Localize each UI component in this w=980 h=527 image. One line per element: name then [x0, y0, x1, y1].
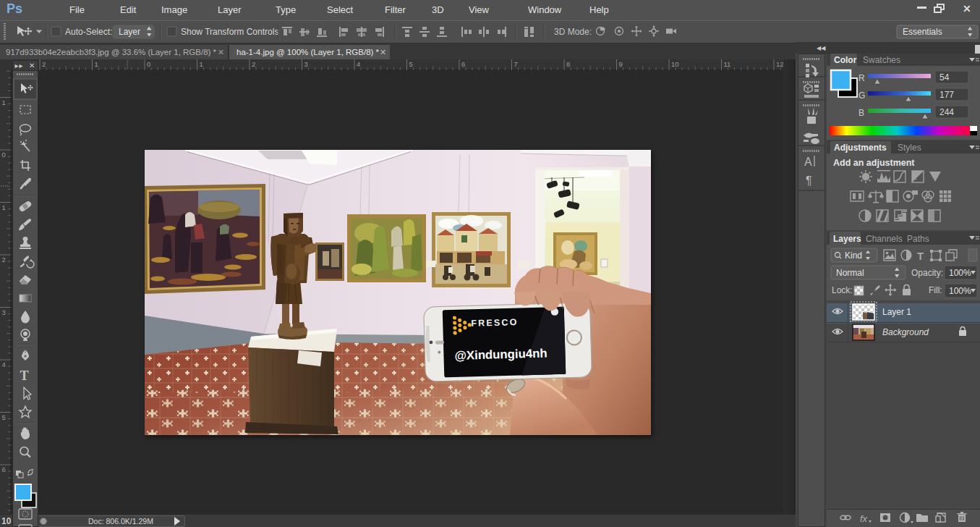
svg-text:1: 1: [95, 60, 98, 68]
svg-text:Lock:: Lock:: [832, 285, 853, 295]
svg-text:1: 1: [200, 60, 203, 68]
svg-text:54: 54: [939, 72, 950, 83]
svg-text:R: R: [858, 73, 865, 83]
svg-text:3: 3: [2, 308, 6, 316]
svg-text:Show Transform Controls: Show Transform Controls: [181, 27, 278, 37]
svg-text:100%: 100%: [949, 268, 971, 278]
svg-text:B: B: [858, 108, 864, 118]
svg-text:1: 1: [2, 203, 6, 211]
svg-text:2: 2: [42, 60, 46, 68]
svg-text:Layers: Layers: [833, 234, 861, 244]
svg-text:2: 2: [252, 60, 255, 68]
svg-text:1: 1: [2, 98, 6, 106]
svg-text:Channels: Channels: [866, 234, 903, 244]
svg-text:9: 9: [619, 60, 623, 68]
svg-text:Styles: Styles: [898, 143, 921, 153]
svg-text:2: 2: [2, 256, 6, 264]
svg-text:Fill:: Fill:: [929, 285, 942, 295]
svg-text:Opacity:: Opacity:: [911, 268, 943, 278]
svg-text:0: 0: [147, 60, 150, 68]
svg-text:177: 177: [939, 90, 954, 100]
svg-text:8: 8: [566, 60, 570, 68]
svg-text:+: +: [913, 176, 917, 182]
svg-text:Essentials: Essentials: [903, 27, 942, 37]
svg-text:6: 6: [461, 60, 465, 68]
svg-text:Background: Background: [882, 327, 929, 337]
svg-text:Normal: Normal: [836, 268, 864, 278]
svg-text:244: 244: [939, 107, 954, 117]
svg-text:100%: 100%: [949, 286, 971, 296]
svg-text:10: 10: [671, 60, 679, 68]
svg-text:FRESCO: FRESCO: [471, 317, 519, 329]
svg-text:T: T: [20, 368, 29, 383]
svg-text:fx: fx: [860, 513, 868, 524]
svg-text:T: T: [917, 250, 924, 262]
svg-text:4: 4: [357, 60, 360, 68]
svg-text:Kind: Kind: [845, 250, 862, 261]
svg-text:Layer: Layer: [119, 27, 140, 37]
svg-text:Swatches: Swatches: [863, 55, 900, 65]
svg-text:12: 12: [776, 60, 783, 68]
svg-text:Color: Color: [834, 55, 857, 65]
svg-text:A: A: [804, 156, 812, 168]
svg-text:Auto-Select:: Auto-Select:: [65, 27, 112, 37]
svg-text:¶: ¶: [806, 174, 812, 187]
svg-text:6: 6: [2, 465, 6, 473]
svg-text:0: 0: [2, 151, 6, 159]
svg-text:@Xindungiu4nh: @Xindungiu4nh: [454, 346, 547, 363]
svg-text:Layer 1: Layer 1: [882, 307, 911, 317]
svg-text:5: 5: [409, 60, 413, 68]
svg-text:Paths: Paths: [907, 234, 929, 244]
svg-text:5: 5: [2, 413, 6, 421]
svg-text:Adjustments: Adjustments: [834, 143, 887, 153]
svg-text:3D Mode:: 3D Mode:: [554, 27, 592, 37]
svg-text:11: 11: [724, 60, 731, 68]
svg-text:Add an adjustment: Add an adjustment: [833, 158, 915, 168]
svg-text:7: 7: [514, 60, 518, 68]
svg-text:G: G: [858, 90, 865, 101]
svg-text:4: 4: [2, 361, 6, 368]
svg-text:3: 3: [304, 60, 308, 68]
